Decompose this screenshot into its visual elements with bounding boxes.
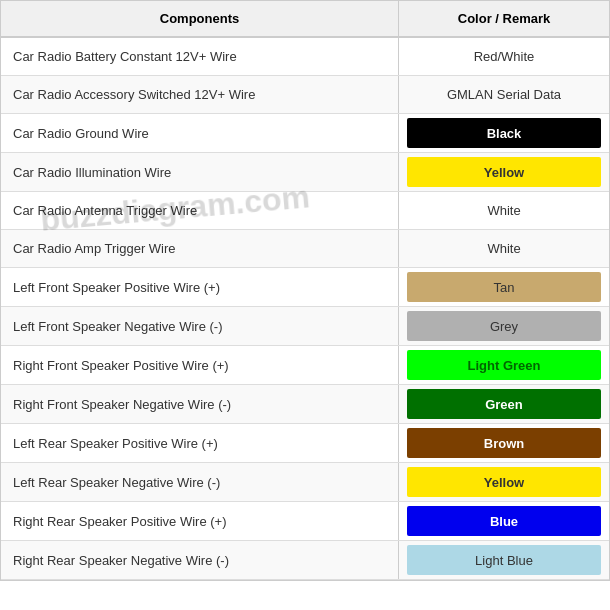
table-row: Left Rear Speaker Positive Wire (+)Brown — [1, 424, 609, 463]
cell-color: Black — [399, 114, 609, 152]
cell-color: Brown — [399, 424, 609, 462]
table-row: Car Radio Antenna Trigger WireWhite — [1, 192, 609, 230]
table-row: Right Front Speaker Negative Wire (-)Gre… — [1, 385, 609, 424]
cell-component: Left Front Speaker Negative Wire (-) — [1, 307, 399, 345]
table-row: Car Radio Ground WireBlack — [1, 114, 609, 153]
table-row: Left Rear Speaker Negative Wire (-)Yello… — [1, 463, 609, 502]
cell-color: Light Green — [399, 346, 609, 384]
table-row: Car Radio Accessory Switched 12V+ WireGM… — [1, 76, 609, 114]
table-body: Car Radio Battery Constant 12V+ WireRed/… — [1, 38, 609, 580]
cell-component: Right Rear Speaker Negative Wire (-) — [1, 541, 399, 579]
wiring-table: Components Color / Remark Car Radio Batt… — [0, 0, 610, 581]
cell-color: Red/White — [399, 38, 609, 75]
header-components: Components — [1, 1, 399, 36]
cell-component: Right Front Speaker Negative Wire (-) — [1, 385, 399, 423]
header-color: Color / Remark — [399, 1, 609, 36]
cell-color: Light Blue — [399, 541, 609, 579]
color-swatch: Light Blue — [407, 545, 601, 575]
color-swatch: Yellow — [407, 157, 601, 187]
table-row: Car Radio Illumination WireYellow — [1, 153, 609, 192]
table-row: Car Radio Battery Constant 12V+ WireRed/… — [1, 38, 609, 76]
cell-color: White — [399, 230, 609, 267]
table-row: Right Front Speaker Positive Wire (+)Lig… — [1, 346, 609, 385]
cell-component: Car Radio Illumination Wire — [1, 153, 399, 191]
cell-color: Yellow — [399, 153, 609, 191]
cell-component: Car Radio Accessory Switched 12V+ Wire — [1, 76, 399, 113]
cell-component: Car Radio Antenna Trigger Wire — [1, 192, 399, 229]
table-row: Left Front Speaker Positive Wire (+)Tan — [1, 268, 609, 307]
cell-component: Right Rear Speaker Positive Wire (+) — [1, 502, 399, 540]
table-row: Right Rear Speaker Negative Wire (-)Ligh… — [1, 541, 609, 580]
cell-component: Car Radio Battery Constant 12V+ Wire — [1, 38, 399, 75]
color-swatch: Tan — [407, 272, 601, 302]
table-row: Right Rear Speaker Positive Wire (+)Blue — [1, 502, 609, 541]
table-row: Left Front Speaker Negative Wire (-)Grey — [1, 307, 609, 346]
cell-component: Left Front Speaker Positive Wire (+) — [1, 268, 399, 306]
cell-color: White — [399, 192, 609, 229]
color-swatch: Grey — [407, 311, 601, 341]
color-swatch: Brown — [407, 428, 601, 458]
cell-component: Left Rear Speaker Negative Wire (-) — [1, 463, 399, 501]
color-swatch: Yellow — [407, 467, 601, 497]
color-swatch: Black — [407, 118, 601, 148]
cell-color: Grey — [399, 307, 609, 345]
table-row: Car Radio Amp Trigger WireWhite — [1, 230, 609, 268]
cell-component: Car Radio Ground Wire — [1, 114, 399, 152]
cell-color: Tan — [399, 268, 609, 306]
table-header: Components Color / Remark — [1, 1, 609, 38]
color-swatch: Light Green — [407, 350, 601, 380]
color-swatch: Blue — [407, 506, 601, 536]
cell-color: Blue — [399, 502, 609, 540]
color-swatch: Green — [407, 389, 601, 419]
cell-color: Green — [399, 385, 609, 423]
cell-color: Yellow — [399, 463, 609, 501]
cell-component: Car Radio Amp Trigger Wire — [1, 230, 399, 267]
cell-component: Right Front Speaker Positive Wire (+) — [1, 346, 399, 384]
cell-color: GMLAN Serial Data — [399, 76, 609, 113]
cell-component: Left Rear Speaker Positive Wire (+) — [1, 424, 399, 462]
